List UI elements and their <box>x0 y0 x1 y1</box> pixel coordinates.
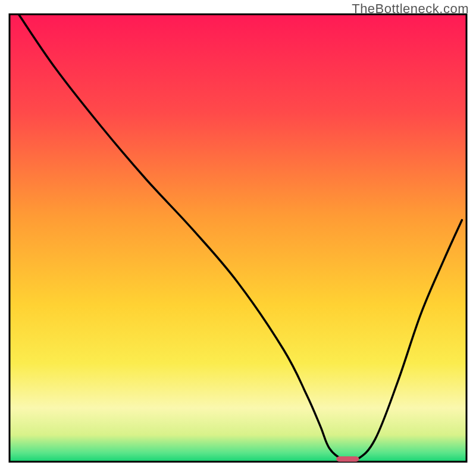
chart-svg <box>0 0 476 476</box>
optimum-marker <box>336 456 359 462</box>
plot-background <box>10 14 466 462</box>
chart-canvas: TheBottleneck.com <box>0 0 476 476</box>
watermark-text: TheBottleneck.com <box>352 1 469 17</box>
